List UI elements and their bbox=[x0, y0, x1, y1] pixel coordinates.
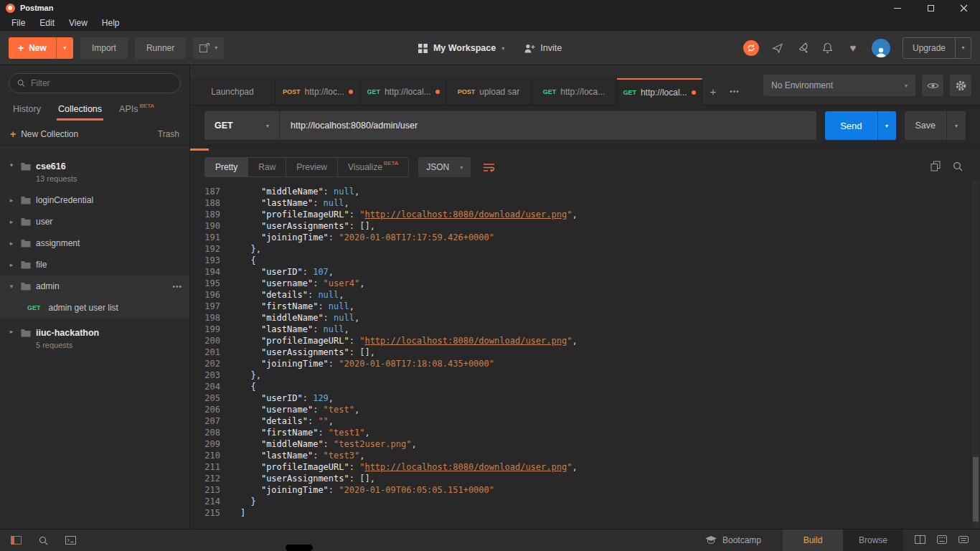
folder-options-button[interactable]: ••• bbox=[172, 283, 182, 291]
copy-response-button[interactable] bbox=[930, 161, 941, 174]
caret-right-icon[interactable]: ▸ bbox=[7, 261, 16, 268]
line-number: 198 bbox=[190, 312, 220, 324]
request-tab[interactable]: POST upload sar bbox=[446, 78, 532, 105]
folder-admin[interactable]: ▾ admin ••• bbox=[0, 276, 189, 297]
keyboard-button[interactable] bbox=[958, 535, 969, 546]
menu-file[interactable]: File bbox=[4, 18, 32, 28]
find-button[interactable] bbox=[34, 532, 52, 549]
tab-title: http://local... bbox=[385, 87, 431, 97]
response-link[interactable]: http://localhost:8080/download/user.png bbox=[364, 462, 567, 472]
line-number: 207 bbox=[190, 415, 220, 427]
caret-down-icon[interactable]: ▾ bbox=[7, 283, 16, 290]
url-input[interactable] bbox=[280, 111, 816, 140]
filter-box[interactable] bbox=[9, 73, 181, 93]
folder-label: user bbox=[36, 217, 52, 227]
word-wrap-button[interactable] bbox=[480, 159, 497, 176]
collection-cse616[interactable]: ▾ cse616 13 requests bbox=[0, 158, 189, 189]
collection-iiuc-hackathon[interactable]: ▸ iiuc-hackathon 5 requests bbox=[0, 324, 189, 356]
avatar[interactable] bbox=[872, 39, 890, 57]
code-line: 199 "lastName": null, bbox=[190, 324, 980, 335]
pane-resize-handle[interactable] bbox=[190, 146, 980, 154]
workspace-switcher[interactable]: My Workspace ▾ bbox=[418, 43, 504, 53]
open-new-window-button[interactable]: ▾ bbox=[193, 37, 224, 59]
tab-apis[interactable]: APIs BETA bbox=[110, 98, 163, 121]
caret-down-icon[interactable]: ▾ bbox=[7, 161, 16, 169]
menu-edit[interactable]: Edit bbox=[32, 18, 62, 28]
save-label[interactable]: Save bbox=[905, 111, 947, 140]
tab-launchpad[interactable]: Launchpad bbox=[190, 78, 275, 105]
menu-view[interactable]: View bbox=[62, 18, 95, 28]
search-response-button[interactable] bbox=[953, 161, 963, 174]
shortcuts-button[interactable] bbox=[937, 535, 947, 546]
response-scrollbar[interactable] bbox=[972, 182, 979, 527]
code-line: 211 "profileImageURL": "http://localhost… bbox=[190, 461, 980, 473]
beta-badge: BETA bbox=[384, 160, 398, 166]
view-raw[interactable]: Raw bbox=[248, 158, 286, 176]
send-button[interactable]: Send ▾ bbox=[825, 111, 895, 140]
send-label[interactable]: Send bbox=[825, 111, 877, 140]
view-visualize[interactable]: Visualize BETA bbox=[338, 158, 408, 176]
save-button[interactable]: Save ▾ bbox=[905, 111, 966, 140]
caret-right-icon[interactable]: ▸ bbox=[7, 218, 16, 225]
folder-file[interactable]: ▸ file bbox=[0, 254, 189, 276]
response-link[interactable]: http://localhost:8080/download/user.png bbox=[364, 209, 567, 220]
new-button-main[interactable]: + New bbox=[9, 37, 56, 59]
notifications-button[interactable] bbox=[821, 42, 834, 55]
method-selector[interactable]: GET ▾ bbox=[204, 111, 280, 140]
build-toggle[interactable]: Build bbox=[783, 529, 843, 551]
import-button[interactable]: Import bbox=[80, 37, 128, 59]
toggle-sidebar-button[interactable] bbox=[7, 532, 24, 549]
response-format-selector[interactable]: JSON ▾ bbox=[418, 157, 471, 177]
save-options-caret[interactable]: ▾ bbox=[946, 111, 966, 140]
new-tab-button[interactable]: + bbox=[702, 78, 724, 105]
favorites-button[interactable]: ♥ bbox=[847, 42, 859, 55]
bootcamp-button[interactable]: Bootcamp bbox=[705, 535, 761, 545]
environment-selector[interactable]: No Environment ▾ bbox=[763, 75, 915, 96]
response-toolbar-right bbox=[930, 161, 966, 174]
folder-logincredential[interactable]: ▸ loginCredential bbox=[0, 189, 189, 211]
environment-quick-look-button[interactable] bbox=[922, 75, 943, 96]
tab-title: http://loc... bbox=[305, 87, 344, 97]
request-tab[interactable]: GET http://local... bbox=[361, 78, 446, 105]
restore-button[interactable] bbox=[914, 0, 947, 16]
new-collection-button[interactable]: + New Collection bbox=[10, 129, 78, 139]
runner-button[interactable]: Runner bbox=[135, 37, 186, 59]
code-line: 202 "joiningTime": "2020-01-08T17:18:08.… bbox=[190, 358, 980, 369]
request-tab-active[interactable]: GET http://local... bbox=[617, 78, 702, 105]
invite-button[interactable]: Invite bbox=[524, 43, 562, 53]
upgrade-caret[interactable]: ▾ bbox=[955, 38, 971, 58]
interceptor-button[interactable] bbox=[796, 42, 809, 55]
tab-collections[interactable]: Collections bbox=[50, 98, 110, 121]
minimize-button[interactable] bbox=[881, 0, 914, 16]
new-button-caret[interactable]: ▾ bbox=[56, 37, 73, 59]
request-admin-get-user-list[interactable]: GET admin get user list bbox=[0, 297, 189, 319]
response-link[interactable]: http://localhost:8080/download/user.png bbox=[364, 336, 567, 346]
view-pretty[interactable]: Pretty bbox=[205, 158, 248, 176]
tab-options-button[interactable]: ••• bbox=[724, 78, 745, 105]
tab-history[interactable]: History bbox=[4, 98, 50, 121]
view-preview[interactable]: Preview bbox=[286, 158, 338, 176]
browse-toggle[interactable]: Browse bbox=[843, 529, 903, 551]
capture-requests-button[interactable] bbox=[771, 42, 784, 55]
gear-icon bbox=[955, 80, 967, 92]
two-pane-view-button[interactable] bbox=[915, 535, 925, 546]
response-json-viewer[interactable]: 187 "middleName": null,188 "lastName": n… bbox=[190, 186, 980, 519]
console-button[interactable] bbox=[62, 532, 79, 549]
settings-button[interactable] bbox=[950, 75, 971, 96]
send-options-caret[interactable]: ▾ bbox=[877, 111, 896, 140]
caret-right-icon[interactable]: ▸ bbox=[7, 197, 16, 204]
menu-help[interactable]: Help bbox=[95, 18, 127, 28]
upgrade-button[interactable]: Upgrade ▾ bbox=[903, 37, 971, 59]
close-button[interactable] bbox=[947, 0, 980, 16]
caret-right-icon[interactable]: ▸ bbox=[7, 240, 16, 247]
scrollbar-thumb[interactable] bbox=[973, 457, 979, 522]
trash-button[interactable]: Trash bbox=[158, 129, 179, 139]
request-tab[interactable]: POST http://loc... bbox=[275, 78, 361, 105]
new-button[interactable]: + New ▾ bbox=[9, 37, 73, 59]
sync-status-button[interactable] bbox=[743, 40, 759, 56]
caret-right-icon[interactable]: ▸ bbox=[7, 328, 16, 335]
folder-user[interactable]: ▸ user bbox=[0, 211, 189, 232]
folder-assignment[interactable]: ▸ assignment bbox=[0, 232, 189, 254]
request-tab[interactable]: GET http://loca... bbox=[532, 78, 617, 105]
filter-input[interactable] bbox=[31, 78, 172, 88]
